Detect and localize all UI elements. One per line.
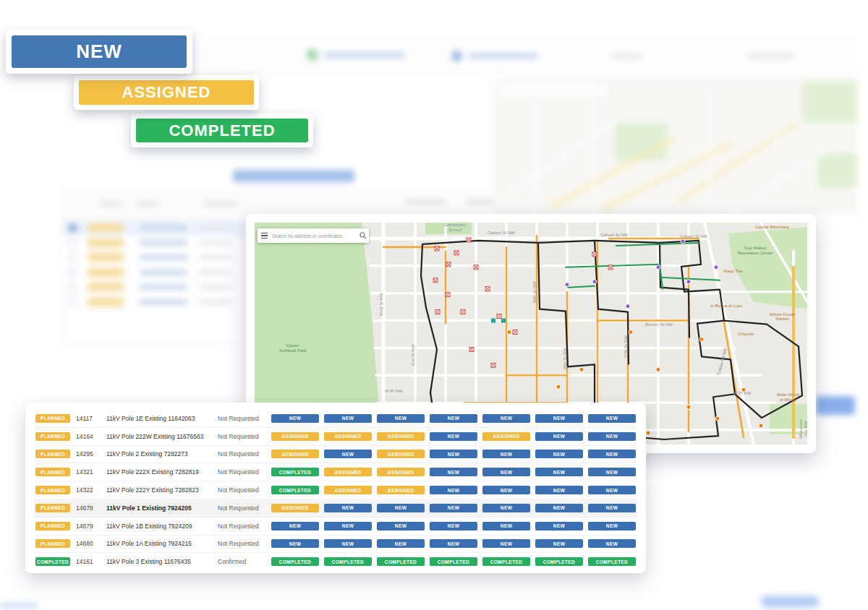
stage-badge[interactable]: ASSIGNED	[271, 504, 319, 512]
stage-badge[interactable]: NEW	[324, 450, 372, 458]
table-row[interactable]: PLANNED1432111kV Pole 222X Existing 7282…	[34, 463, 637, 481]
stage-badge[interactable]: COMPLETED	[535, 557, 583, 566]
stage-badge[interactable]: NEW	[535, 414, 583, 423]
stage-badge[interactable]: ASSIGNED	[324, 486, 372, 494]
stage-badge[interactable]: NEW	[377, 522, 425, 530]
stage-badge[interactable]: NEW	[430, 522, 477, 530]
stage-badge[interactable]: COMPLETED	[430, 557, 477, 566]
pole-name: 11kV Pole 222X Existing 7282819	[106, 468, 215, 476]
table-row[interactable]: PLANNED1467811kV Pole 1 Existing 7924205…	[34, 499, 637, 517]
stage-badges: ASSIGNEDASSIGNEDASSIGNEDNEWASSIGNEDNEWNE…	[271, 432, 636, 441]
stage-badge[interactable]: NEW	[271, 414, 319, 423]
stage-badge[interactable]: NEW	[482, 504, 530, 512]
search-input[interactable]	[271, 233, 357, 239]
stage-badge[interactable]: COMPLETED	[271, 486, 319, 494]
stage-badge[interactable]: NEW	[482, 539, 530, 548]
map-search-bar[interactable]	[258, 228, 369, 243]
stage-badge[interactable]: NEW	[430, 504, 477, 512]
search-icon[interactable]	[357, 232, 369, 239]
stage-badge[interactable]: NEW	[430, 468, 477, 476]
request-status: Not Requested	[218, 433, 271, 440]
stage-badge[interactable]: ASSIGNED	[271, 432, 319, 441]
stage-badge[interactable]: NEW	[535, 468, 583, 476]
table-row[interactable]: PLANNED1468011kV Pole 1A Existing 792421…	[34, 536, 637, 554]
stage-badge[interactable]: NEW	[482, 486, 530, 494]
table-row[interactable]: PLANNED1411711kV Pole 1E Existing 116420…	[34, 410, 637, 428]
stage-badge[interactable]: NEW	[588, 432, 636, 441]
stage-badges: NEWNEWNEWNEWNEWNEWNEW	[271, 522, 636, 530]
pole-name: 11kV Pole 1B Existing 7924209	[106, 523, 215, 530]
blurred-blue-chip	[761, 596, 819, 608]
blurred-action-button	[233, 170, 354, 182]
stage-badge[interactable]: NEW	[588, 414, 636, 423]
stage-badge[interactable]: COMPLETED	[271, 468, 319, 476]
completed-badge: COMPLETED	[136, 119, 308, 142]
pole-id: 14295	[76, 450, 101, 458]
stage-badge[interactable]: NEW	[588, 539, 636, 548]
blurred-step-label	[746, 53, 794, 59]
table-row[interactable]: PLANNED1416411kV Pole 222W Existing 1167…	[34, 428, 637, 446]
stage-badge[interactable]: NEW	[588, 450, 636, 458]
pole-id: 14680	[76, 540, 101, 547]
pole-id: 14161	[76, 558, 101, 565]
stage-badge[interactable]: ASSIGNED	[377, 468, 425, 476]
stage-badge[interactable]: NEW	[588, 486, 636, 494]
blurred-blue-chip	[0, 603, 38, 609]
stage-badge[interactable]: NEW	[324, 414, 372, 423]
stage-badge[interactable]: COMPLETED	[377, 557, 425, 566]
stage-badge[interactable]: NEW	[430, 414, 477, 423]
stage-badge[interactable]: NEW	[535, 432, 583, 441]
request-status: Not Requested	[218, 504, 271, 512]
stage-badge[interactable]: ASSIGNED	[377, 432, 425, 441]
stage-badge[interactable]: NEW	[271, 522, 319, 530]
stage-badge[interactable]: NEW	[324, 504, 372, 512]
status-badge: PLANNED	[35, 468, 70, 476]
stage-badge[interactable]: ASSIGNED	[271, 450, 319, 458]
table-row[interactable]: COMPLETED1416111kV Pole 3 Existing 11676…	[34, 553, 637, 570]
stage-badges: ASSIGNEDNEWNEWNEWNEWNEWNEW	[271, 504, 636, 512]
stage-badge[interactable]: NEW	[377, 539, 425, 548]
stage-badge[interactable]: NEW	[377, 504, 425, 512]
stage-badge[interactable]: NEW	[535, 504, 583, 512]
stage-badge[interactable]: NEW	[588, 522, 636, 530]
status-badge: PLANNED	[35, 522, 70, 530]
stage-badge[interactable]: NEW	[482, 522, 530, 530]
stage-badge[interactable]: ASSIGNED	[324, 468, 372, 476]
stage-badge[interactable]: ASSIGNED	[377, 486, 425, 494]
status-badge: PLANNED	[35, 504, 70, 512]
stage-badge[interactable]: NEW	[535, 522, 583, 530]
stage-badge[interactable]: NEW	[535, 450, 583, 458]
stage-badge[interactable]: NEW	[271, 539, 319, 548]
stage-badge[interactable]: NEW	[430, 432, 477, 441]
blurred-minimap-art	[493, 78, 857, 214]
menu-icon[interactable]	[258, 228, 271, 243]
stage-badge[interactable]: NEW	[324, 522, 372, 530]
stage-badge[interactable]: NEW	[324, 539, 372, 548]
stage-badge[interactable]: NEW	[430, 486, 477, 494]
table-row[interactable]: PLANNED1467911kV Pole 1B Existing 792420…	[34, 517, 637, 536]
table-row[interactable]: PLANNED1429511kV Pole 2 Existing 7282273…	[34, 446, 637, 464]
stage-badge[interactable]: COMPLETED	[324, 557, 372, 566]
stage-badge[interactable]: ASSIGNED	[377, 450, 425, 458]
stage-badge[interactable]: NEW	[535, 486, 583, 494]
stage-badge[interactable]: NEW	[482, 468, 530, 476]
stage-badge[interactable]: NEW	[588, 504, 636, 512]
stage-badge[interactable]: NEW	[430, 450, 477, 458]
blurred-check-icon	[307, 49, 318, 61]
assigned-status-callout: ASSIGNED	[74, 75, 259, 110]
stage-badge[interactable]: ASSIGNED	[324, 432, 372, 441]
stage-badge[interactable]: COMPLETED	[588, 557, 636, 566]
stage-badge[interactable]: NEW	[535, 539, 583, 548]
stage-badge[interactable]: NEW	[430, 539, 477, 548]
stage-badge[interactable]: NEW	[482, 450, 530, 458]
request-status: Not Requested	[218, 450, 271, 458]
status-badge: PLANNED	[35, 486, 70, 494]
stage-badge[interactable]: COMPLETED	[482, 557, 530, 566]
table-row[interactable]: PLANNED1432211kV Pole 222Y Existing 7282…	[34, 481, 637, 499]
pole-name: 11kV Pole 3 Existing 11676435	[106, 558, 215, 565]
stage-badge[interactable]: COMPLETED	[271, 557, 319, 566]
stage-badge[interactable]: ASSIGNED	[482, 432, 530, 441]
stage-badge[interactable]: NEW	[588, 468, 636, 476]
stage-badge[interactable]: NEW	[482, 414, 530, 423]
stage-badge[interactable]: NEW	[377, 414, 425, 423]
